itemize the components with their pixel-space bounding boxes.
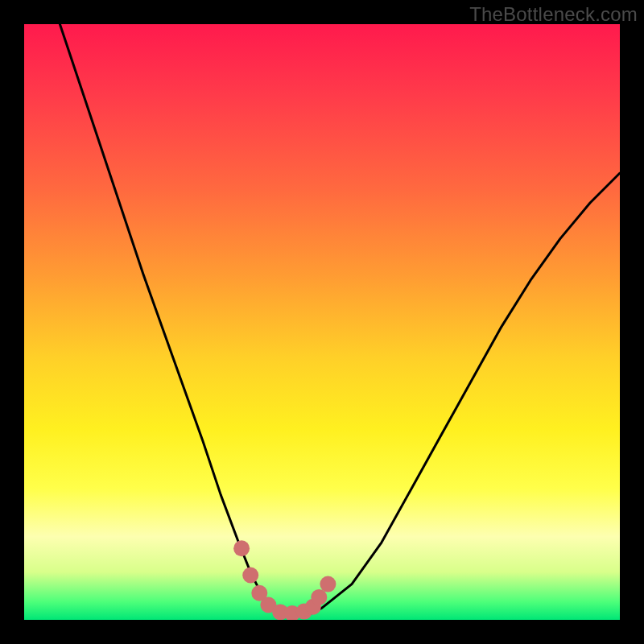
marker-dot <box>233 540 250 556</box>
highlight-dots <box>233 540 336 620</box>
marker-dot <box>320 576 336 592</box>
bottleneck-curve <box>60 24 620 614</box>
marker-dot <box>242 568 258 584</box>
chart-svg <box>24 24 620 620</box>
watermark-text: TheBottleneck.com <box>469 3 638 26</box>
marker-dot <box>311 589 327 605</box>
chart-frame: TheBottleneck.com <box>0 0 644 644</box>
plot-area <box>24 24 620 620</box>
